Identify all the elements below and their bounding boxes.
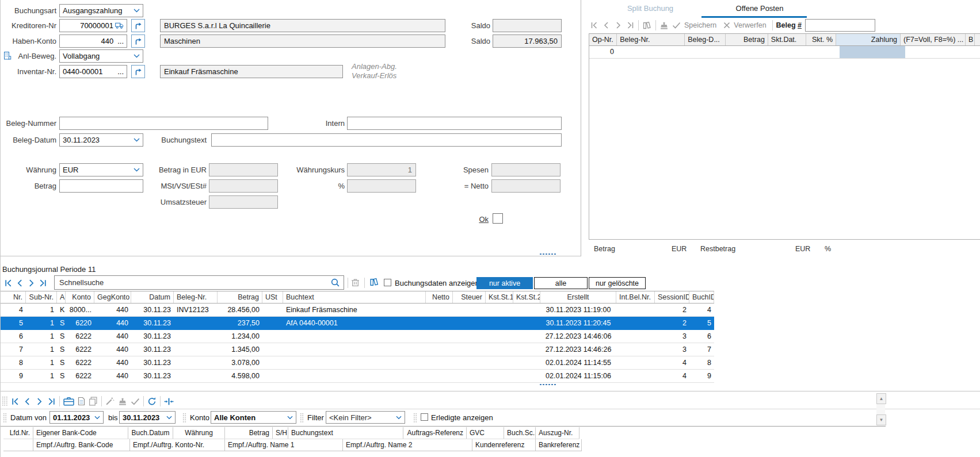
bank-column-header[interactable]: Buch.Sc... — [504, 427, 536, 439]
inventar-jump-button[interactable] — [131, 65, 145, 78]
nav-first-icon[interactable] — [590, 21, 598, 29]
save-check-icon[interactable] — [672, 22, 681, 29]
nav-next-icon[interactable] — [614, 21, 623, 29]
search-icon[interactable] — [330, 278, 340, 287]
bank-column-header[interactable]: Eigener Bank-Code — [33, 427, 128, 439]
bank-column-header[interactable]: GVC — [467, 427, 504, 439]
buchungsart-dropdown[interactable]: Ausgangszahlung — [59, 4, 143, 17]
vertical-scrollbar[interactable]: ▲ ▼ — [876, 393, 885, 424]
open-items-column-header[interactable]: Zahlung — [836, 34, 901, 45]
open-items-column-header[interactable]: (F7=Voll, F8=%) ... — [901, 34, 966, 45]
open-items-cell[interactable] — [687, 46, 728, 58]
bank-column-header[interactable]: Buch.Datum — [128, 427, 173, 439]
filter-nur-geloeschte-button[interactable]: nur gelöschte — [589, 277, 646, 289]
journal-column-header[interactable]: Steuer — [453, 291, 486, 303]
erledigte-checkbox[interactable] — [421, 413, 428, 421]
bank-column-header[interactable]: Betrag — [225, 427, 273, 439]
journal-row[interactable]: 41K8000...44030.11.23INV1212328.456,00Ei… — [1, 304, 714, 317]
splitter-handle[interactable] — [539, 383, 556, 386]
journal-column-header[interactable]: Netto — [426, 291, 453, 303]
open-items-cell[interactable] — [840, 46, 905, 58]
open-items-column-header[interactable]: Skt. % — [806, 34, 836, 45]
nav-prev-icon[interactable] — [602, 21, 611, 29]
journal-column-header[interactable]: Sub-Nr. — [26, 291, 57, 303]
open-items-column-header[interactable]: Betrag — [726, 34, 768, 45]
journal-row[interactable]: 71S622244030.11.231.345,0027.12.2023 14:… — [1, 343, 714, 356]
book-icon[interactable] — [642, 21, 652, 30]
bank-column-header[interactable]: Bankreferenz — [536, 439, 582, 451]
kreditoren-jump-button[interactable] — [131, 19, 145, 32]
open-items-cell[interactable] — [771, 46, 810, 58]
bank-column-header[interactable]: Auszug-Nr. — [536, 427, 579, 439]
splitter-handle[interactable] — [539, 253, 556, 255]
open-items-cell[interactable]: 0 — [589, 46, 617, 58]
journal-row[interactable]: 51S622044030.11.23237,50AfA 0440-0000130… — [1, 317, 714, 330]
nav-next-icon[interactable] — [35, 397, 44, 406]
bank-column-header[interactable]: Empf./Auftrg. Konto-Nr. — [130, 439, 225, 451]
document-icon[interactable] — [78, 397, 85, 406]
journal-column-header[interactable]: Erstellt — [540, 291, 616, 303]
tab-split-buchung[interactable]: Split Buchung — [604, 1, 696, 16]
bank-column-header[interactable]: Empf./Auftrg. Name 1 — [225, 439, 343, 451]
anl-beweg-dropdown[interactable]: Vollabgang — [59, 49, 143, 63]
trash-icon[interactable] — [351, 278, 360, 287]
discard-x-icon[interactable] — [723, 22, 730, 29]
beleg-number-input[interactable] — [805, 19, 875, 32]
haben-konto-input[interactable]: 440 ... — [59, 34, 127, 48]
waehrung-dropdown[interactable]: EUR — [59, 163, 143, 176]
konto-dropdown[interactable]: Alle Konten — [211, 411, 296, 424]
journal-column-header[interactable]: GegKonto — [94, 291, 131, 303]
journal-row[interactable]: 81S622244030.11.233.078,0002.01.2024 11:… — [1, 356, 714, 370]
verwerfen-button[interactable]: Verwerfen — [734, 21, 766, 29]
check-icon[interactable] — [131, 398, 140, 405]
journal-row[interactable]: 91S622244030.11.234.598,0002.01.2024 11:… — [1, 370, 714, 383]
filter-dropdown[interactable]: <Kein Filter> — [326, 411, 405, 424]
open-items-column-header[interactable]: B — [966, 34, 975, 45]
open-items-cell[interactable] — [617, 46, 687, 58]
intern-input[interactable] — [347, 117, 562, 130]
open-items-cell[interactable] — [971, 46, 980, 58]
open-items-cell[interactable] — [905, 46, 971, 58]
browse-dots[interactable]: ... — [117, 37, 124, 45]
wand-icon[interactable] — [105, 397, 115, 406]
betrag-input[interactable] — [59, 179, 143, 193]
toolbar-grip[interactable] — [3, 413, 7, 423]
filter-nur-aktive-button[interactable]: nur aktive — [476, 277, 533, 289]
journal-column-header[interactable]: Betrag — [218, 291, 262, 303]
browse-dots[interactable]: ... — [117, 67, 124, 76]
filter-alle-button[interactable]: alle — [534, 277, 588, 289]
open-items-column-header[interactable]: Skt.Dat. — [768, 34, 806, 45]
speichern-button[interactable]: Speichern — [684, 21, 716, 29]
bank-column-header[interactable]: Buchungstext — [288, 427, 403, 439]
toolbar-grip[interactable] — [413, 413, 417, 423]
journal-row[interactable]: 61S622244030.11.231.234,0027.12.2023 14:… — [1, 330, 714, 343]
nav-first-icon[interactable] — [11, 397, 20, 406]
nav-next-icon[interactable] — [27, 279, 36, 287]
journal-column-header[interactable]: SessionID — [655, 291, 689, 303]
open-items-cell[interactable] — [728, 46, 771, 58]
toolbar-grip[interactable] — [2, 396, 7, 406]
journal-column-header[interactable]: BuchID — [689, 291, 714, 303]
kreditoren-input[interactable]: 70000001 — [59, 19, 127, 32]
beleg-datum-dropdown[interactable]: 30.11.2023 — [59, 133, 143, 147]
open-items-cell[interactable] — [809, 46, 840, 58]
journal-column-header[interactable]: Konto — [66, 291, 94, 303]
nav-last-icon[interactable] — [47, 397, 56, 406]
journal-column-header[interactable]: A — [57, 291, 66, 303]
copy-icon[interactable] — [89, 397, 98, 406]
bank-column-header[interactable]: Auftrags-Referenz — [403, 427, 467, 439]
ok-checkbox[interactable] — [493, 213, 503, 224]
book-icon[interactable] — [369, 278, 379, 287]
toolbar-grip[interactable] — [300, 413, 304, 423]
journal-column-header[interactable]: Buchtext — [283, 291, 426, 303]
refresh-icon[interactable] — [147, 397, 157, 406]
open-items-column-header[interactable]: Op-Nr. — [589, 34, 617, 45]
journal-column-header[interactable]: Kst.St.1 — [486, 291, 513, 303]
open-items-column-header[interactable]: Beleg-Nr. — [617, 34, 685, 45]
nav-last-icon[interactable] — [626, 21, 635, 29]
toolbar-grip[interactable] — [182, 413, 186, 423]
inventar-input[interactable]: 0440-00001 ... — [59, 65, 127, 78]
bank-column-header[interactable]: Lfd.Nr. — [3, 427, 33, 439]
open-items-row[interactable]: 0 — [589, 46, 980, 59]
briefcase-icon[interactable] — [63, 397, 74, 406]
